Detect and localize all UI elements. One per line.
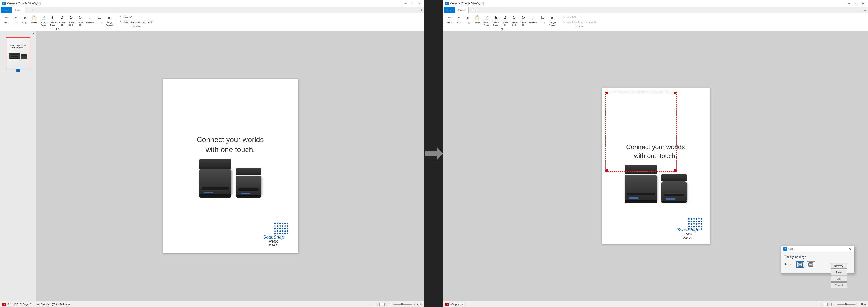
left-view-btn-2[interactable] (380, 303, 384, 306)
left-zoom-slider[interactable] (394, 304, 412, 305)
right-doc-headline-line1: Connect your worlds (626, 143, 685, 150)
left-select-page-button[interactable]: ▷ Select displayed page only (119, 20, 154, 24)
right-rotate-180-button[interactable]: ↻ Rotate 180 (509, 14, 518, 27)
left-zoom-minus-button[interactable]: − (389, 303, 393, 306)
left-title-bar: V Viewer - [GoogleDriveSync] ─ □ ✕ (0, 0, 424, 7)
left-insert-page-button[interactable]: 📄 Insert Page (39, 14, 48, 27)
right-rotate-90-button[interactable]: ↻ Rotate 90 (519, 14, 528, 27)
left-edit-group-label: Edit (2, 28, 114, 31)
left-minimize-button[interactable]: ─ (402, 1, 409, 5)
right-deskew-button[interactable]: ⬡ Deskew (528, 14, 538, 24)
right-crop-reverse-button[interactable]: Reverse (831, 263, 847, 269)
left-rotate-neg90-button[interactable]: ↺ Rotate -90 (57, 14, 66, 27)
left-undo-button[interactable]: ↩ Undo (2, 14, 11, 24)
svg-rect-11 (21, 55, 27, 56)
left-panel-close-button[interactable]: ✕ (31, 32, 35, 36)
right-crop-button[interactable]: Crop (538, 14, 547, 24)
left-zoom-plus-button[interactable]: + (413, 303, 416, 306)
left-cut-button[interactable]: ✂ Cut (11, 14, 20, 24)
left-maximize-button[interactable]: □ (409, 1, 415, 5)
right-scanner-illustration (625, 165, 687, 203)
left-rotate-180-button[interactable]: ↻ Rotate 180 (67, 14, 75, 27)
right-pdf-icon: PDF (445, 303, 449, 306)
right-zoom-thumb[interactable] (845, 303, 847, 305)
right-zoom-minus-button[interactable]: − (833, 303, 836, 306)
right-crop-redo-button[interactable]: Redo (831, 270, 847, 275)
right-delete-page-button[interactable]: 🗑 Delete Page (491, 14, 500, 27)
right-copy-button[interactable]: ⧉ Copy (464, 14, 472, 24)
right-crop-cancel-button[interactable]: Cancel (831, 282, 847, 288)
right-insert-page-button[interactable]: 📄 Insert Page (482, 14, 491, 27)
left-delete-page-button[interactable]: 🗑 Delete Page (48, 14, 57, 27)
left-crop-button[interactable]: Crop (95, 14, 104, 24)
right-undo-button[interactable]: ↩ Undo (445, 14, 454, 24)
left-select-page-icon: ▷ (120, 21, 122, 24)
right-rotate-neg90-button[interactable]: ↺ Rotate -90 (500, 14, 509, 27)
left-tab-edit[interactable]: Edit (26, 7, 37, 13)
right-tab-edit[interactable]: Edit (469, 7, 480, 13)
right-crop-label: Crop (540, 21, 546, 24)
right-crop-dialog-box: V Crop ✕ Specify the range Type: (781, 245, 854, 273)
left-close-button[interactable]: ✕ (416, 1, 423, 5)
right-title-controls: ─ □ ✕ (846, 1, 866, 5)
right-scanner-main-small (661, 181, 687, 201)
left-ribbon-chevron[interactable]: ∧ (420, 8, 424, 12)
left-insert-page-icon: 📄 (40, 14, 46, 21)
left-crop-icon (97, 14, 103, 21)
right-zoom-value: 42% (861, 303, 866, 306)
right-zoom-controls: − + 42% (833, 303, 866, 306)
right-status-right: − + 42% (820, 303, 866, 306)
right-cut-button[interactable]: ✂ Cut (455, 14, 463, 24)
right-crop-dialog-close-button[interactable]: ✕ (848, 247, 852, 251)
right-close-button[interactable]: ✕ (860, 1, 866, 5)
right-merge-pages-button[interactable]: ⊞ Merge Pages▾ (548, 14, 557, 27)
right-ribbon-group-selection: ▷ Select All ▷ Select displayed page onl… (560, 14, 598, 31)
left-scanner-main-large (199, 169, 231, 194)
right-view-btn-3[interactable] (828, 303, 832, 306)
left-rotate-90-button[interactable]: ↻ Rotate 90 (76, 14, 85, 27)
right-crop-handle-tr[interactable] (674, 92, 676, 94)
right-view-btn-2[interactable] (824, 303, 828, 306)
right-crop-ok-button[interactable]: OK (831, 276, 847, 281)
left-ribbon: File Home Edit ∧ ↩ Undo ✂ Cut (0, 7, 424, 31)
right-crop-handle-bl[interactable] (606, 169, 608, 172)
right-maximize-button[interactable]: □ (853, 1, 859, 5)
right-crop-type-icon-1 (798, 263, 803, 267)
right-rotate-90-icon: ↻ (520, 14, 526, 21)
right-tab-home[interactable]: Home (455, 7, 469, 13)
left-window: V Viewer - [GoogleDriveSync] ─ □ ✕ File … (0, 0, 425, 307)
left-select-all-button[interactable]: ▷ Select All (119, 15, 154, 19)
right-zoom-slider[interactable] (837, 304, 856, 305)
left-tab-home[interactable]: Home (12, 7, 26, 13)
left-scansnap-brand: ScanSnap iX1600 iX1400 (263, 235, 284, 247)
right-crop-type-label: Type: (785, 263, 794, 266)
right-crop-type-btn-1[interactable] (796, 261, 804, 268)
left-view-btn-3[interactable] (384, 303, 388, 306)
left-scanner-main-small (236, 176, 261, 195)
left-merge-pages-button[interactable]: ⊞ Merge Pages▾ (105, 14, 114, 27)
left-tab-file[interactable]: File (1, 7, 12, 13)
right-zoom-plus-button[interactable]: + (857, 303, 860, 306)
left-view-btn-1[interactable] (376, 303, 380, 306)
left-deskew-button[interactable]: ⬡ Deskew (85, 14, 95, 24)
right-select-all-icon: ▷ (563, 15, 565, 19)
left-zoom-thumb[interactable] (401, 303, 403, 305)
right-view-btn-1[interactable] (820, 303, 824, 306)
right-paste-button[interactable]: 📋 Paste (473, 14, 482, 24)
right-crop-type-btn-2[interactable] (807, 261, 815, 268)
svg-rect-19 (799, 263, 802, 266)
right-scanner-base-small (661, 201, 687, 203)
right-undo-icon: ↩ (446, 14, 453, 21)
left-thumbnail-panel: ✕ Connect your worldswith one touch. (0, 31, 36, 301)
right-insert-page-icon: 📄 (483, 14, 490, 21)
left-thumbnail-item-1[interactable]: Connect your worldswith one touch. (6, 37, 30, 72)
left-title-controls: ─ □ ✕ (402, 1, 423, 5)
left-copy-button[interactable]: ⧉ Copy (21, 14, 29, 24)
left-edit-buttons: ↩ Undo ✂ Cut ⧉ Copy 📋 Paste (2, 14, 114, 27)
svg-rect-7 (9, 58, 20, 60)
right-minimize-button[interactable]: ─ (846, 1, 852, 5)
right-ribbon-chevron[interactable]: ∧ (864, 8, 868, 12)
left-paste-button[interactable]: 📋 Paste (30, 14, 38, 24)
right-tab-file[interactable]: File (444, 7, 455, 13)
right-crop-handle-tl[interactable] (606, 92, 608, 94)
